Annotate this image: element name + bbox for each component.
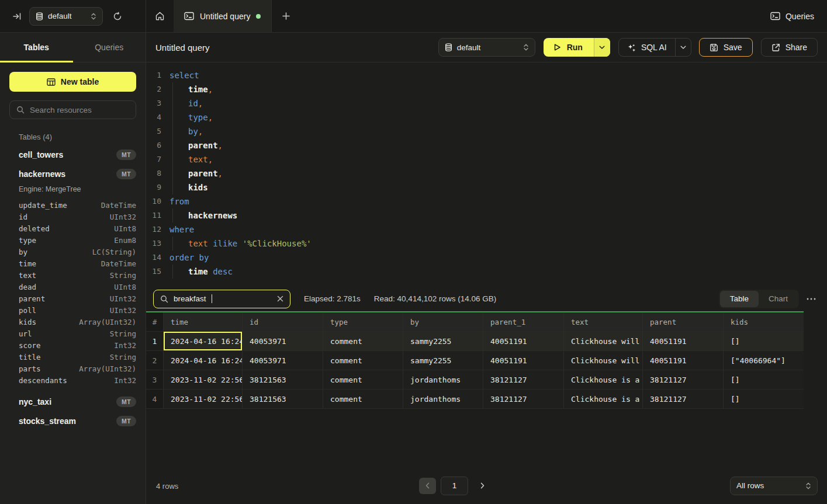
table-cell[interactable]: 38121563 [243, 370, 323, 390]
editor-line-code: time, [169, 82, 213, 96]
run-options-button[interactable] [594, 38, 610, 57]
table-cell[interactable]: Clickhouse will … [564, 332, 643, 351]
column-name: score [19, 341, 41, 350]
sql-ai-options-button[interactable] [675, 38, 691, 57]
line-number: 10 [146, 194, 161, 208]
column-type: String [110, 329, 136, 338]
table-cell[interactable]: comment [323, 370, 403, 390]
column-name: by [19, 248, 27, 256]
table-cell[interactable]: Clickhouse is a … [564, 370, 643, 390]
page-number-input[interactable]: 1 [441, 477, 468, 495]
engine-badge: MT [116, 169, 136, 179]
column-list: update_timeDateTimeidUInt32deletedUInt8t… [9, 197, 136, 392]
table-cell[interactable]: [] [724, 390, 804, 409]
table-cell[interactable]: jordanthoms [403, 370, 483, 390]
sql-token [208, 267, 213, 276]
new-tab-button[interactable] [272, 0, 300, 32]
table-cell[interactable]: [] [724, 370, 804, 390]
sql-token: , [218, 141, 223, 150]
table-cell[interactable]: sammy2255 [403, 332, 483, 351]
top-bar: default Untitled query [0, 0, 827, 33]
column-type: UInt8 [114, 224, 136, 233]
column-row: typeEnum8 [19, 234, 136, 246]
table-cell[interactable]: 2024-04-16 16:24… [164, 332, 243, 351]
resource-search-box[interactable] [9, 100, 136, 119]
column-name: deleted [19, 224, 50, 233]
run-button[interactable]: Run [544, 38, 594, 57]
save-button[interactable]: Save [699, 38, 753, 57]
table-cell[interactable]: 38121127 [483, 390, 564, 409]
table-cell[interactable]: 38121563 [243, 390, 323, 409]
sql-editor[interactable]: 1select2time,3id,4type,5by,6parent,7text… [146, 62, 827, 286]
table-cell[interactable]: Clickhouse is a … [564, 390, 643, 409]
save-button-label: Save [724, 43, 742, 52]
table-cell[interactable]: 2023-11-02 22:56… [164, 390, 243, 409]
queries-button[interactable]: Queries [770, 12, 814, 21]
results-search-box[interactable]: breakfast [153, 290, 290, 308]
resource-search-input[interactable] [30, 106, 129, 114]
view-toggle-chart[interactable]: Chart [759, 291, 798, 307]
database-selector[interactable]: default [29, 7, 103, 26]
table-name: cell_towers [19, 150, 63, 159]
sql-token: id [188, 99, 198, 108]
sql-token [194, 253, 199, 262]
column-row: textString [19, 269, 136, 281]
home-tab[interactable] [146, 0, 174, 32]
line-number: 5 [146, 124, 161, 138]
tab-untitled-query[interactable]: Untitled query [174, 0, 272, 32]
table-cell[interactable]: jordanthoms [403, 390, 483, 409]
view-toggle: Table Chart [719, 290, 799, 308]
sql-token: , [198, 99, 203, 108]
table-cell[interactable]: comment [323, 351, 403, 370]
table-cell[interactable]: 40051191 [643, 332, 724, 351]
clear-search-icon[interactable] [277, 296, 283, 302]
sidebar-item-cell-towers[interactable]: cell_towers MT [9, 145, 136, 164]
table-icon [47, 78, 56, 86]
previous-page-button[interactable] [419, 478, 436, 494]
sidebar-tab-queries[interactable]: Queries [73, 33, 146, 62]
sql-token: where [169, 225, 194, 234]
query-header: Untitled query default Run [146, 33, 827, 62]
table-cell[interactable]: sammy2255 [403, 351, 483, 370]
table-cell[interactable]: comment [323, 332, 403, 351]
table-cell[interactable]: comment [323, 390, 403, 409]
table-cell[interactable]: 2024-04-16 16:24… [164, 351, 243, 370]
refresh-icon[interactable] [110, 9, 125, 24]
table-cell[interactable]: Clickhouse will … [564, 351, 643, 370]
table-cell[interactable]: 40053971 [243, 351, 323, 370]
editor-line-code: select [169, 68, 199, 82]
table-cell[interactable]: [] [724, 332, 804, 351]
table-cell[interactable]: 40051191 [643, 351, 724, 370]
table-cell[interactable]: 40051191 [483, 351, 564, 370]
sidebar-item-stocks-stream[interactable]: stocks_stream MT [9, 411, 136, 430]
table-cell[interactable]: 2023-11-02 22:56… [164, 370, 243, 390]
sidebar-tab-tables[interactable]: Tables [0, 33, 73, 62]
new-table-button[interactable]: New table [9, 72, 136, 92]
sql-ai-button[interactable]: SQL AI [619, 38, 675, 57]
sidebar-item-hackernews[interactable]: hackernews MT [9, 164, 136, 183]
more-options-icon[interactable] [804, 291, 819, 307]
view-toggle-table[interactable]: Table [720, 291, 759, 307]
table-name: hackernews [19, 169, 65, 179]
query-database-selector[interactable]: default [438, 38, 535, 57]
next-page-button[interactable] [476, 479, 489, 492]
page-size-selector[interactable]: All rows [730, 477, 818, 495]
line-number: 13 [146, 237, 161, 251]
sql-token: kids [188, 183, 208, 192]
collapse-sidebar-icon[interactable] [9, 9, 25, 24]
engine-label: Engine: MergeTree [9, 183, 136, 197]
sidebar-item-nyc-taxi[interactable]: nyc_taxi MT [9, 392, 136, 411]
table-cell[interactable]: ["40066964"] [724, 351, 804, 370]
table-cell[interactable]: 38121127 [643, 390, 724, 409]
page-title: Untitled query [155, 43, 210, 53]
column-name: update_time [19, 201, 67, 210]
table-cell[interactable]: 40053971 [243, 332, 323, 351]
table-cell[interactable]: 38121127 [643, 370, 724, 390]
share-button[interactable]: Share [761, 38, 818, 57]
table-cell[interactable]: 38121127 [483, 370, 564, 390]
column-row: deletedUInt8 [19, 223, 136, 234]
column-name: time [19, 259, 36, 268]
sql-token: , [218, 169, 223, 178]
table-cell[interactable]: 40051191 [483, 332, 564, 351]
column-type: DateTime [101, 259, 136, 268]
